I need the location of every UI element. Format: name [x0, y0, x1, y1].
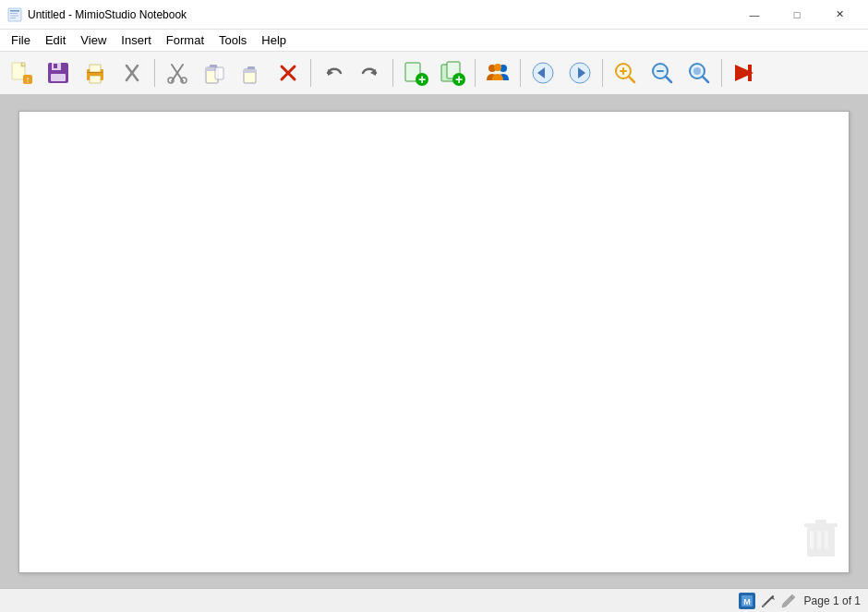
svg-rect-66	[815, 520, 826, 523]
svg-point-57	[693, 67, 701, 75]
svg-rect-30	[244, 69, 256, 73]
title-bar-left: Untitled - MimioStudio Notebook	[7, 7, 187, 22]
menu-tools[interactable]: Tools	[211, 31, 254, 49]
paste-icon	[238, 60, 264, 86]
svg-point-44	[494, 64, 501, 71]
undo-button[interactable]	[316, 55, 351, 90]
status-bar: M Page 1 of 1	[0, 588, 868, 612]
svg-rect-27	[215, 67, 223, 79]
app-icon	[7, 7, 22, 22]
paste-formatted-icon	[201, 60, 227, 86]
undo-icon	[320, 60, 346, 86]
zoom-in-icon	[612, 60, 638, 86]
svg-rect-12	[54, 64, 57, 68]
status-icons: M	[738, 592, 797, 610]
svg-marker-73	[782, 594, 795, 607]
separator-6	[602, 59, 603, 87]
present-icon	[731, 60, 757, 86]
window-controls[interactable]: — □ ✕	[733, 0, 861, 30]
svg-line-52	[629, 77, 634, 82]
new-file-button[interactable]: ↑	[4, 55, 39, 90]
close-button[interactable]: ✕	[818, 0, 861, 30]
print-button[interactable]	[78, 55, 113, 90]
menu-insert[interactable]: Insert	[114, 31, 159, 49]
svg-rect-13	[51, 74, 66, 81]
cut-icon	[164, 60, 190, 86]
separator-4	[475, 59, 476, 87]
properties-icon	[119, 60, 145, 86]
title-bar: Untitled - MimioStudio Notebook — □ ✕	[0, 0, 868, 30]
menu-file[interactable]: File	[4, 31, 38, 49]
forward-button[interactable]	[562, 55, 597, 90]
minimize-button[interactable]: —	[733, 0, 776, 30]
zoom-out-icon	[649, 60, 675, 86]
menu-format[interactable]: Format	[159, 31, 211, 49]
manage-users-icon	[485, 60, 511, 86]
window-title: Untitled - MimioStudio Notebook	[28, 8, 187, 21]
separator-5	[520, 59, 521, 87]
duplicate-page-icon: +	[440, 60, 465, 86]
menu-edit[interactable]: Edit	[38, 31, 73, 49]
add-page-icon: +	[403, 60, 428, 86]
redo-button[interactable]	[353, 55, 388, 90]
canvas-area	[0, 96, 868, 588]
svg-rect-62	[810, 531, 814, 549]
svg-text:M: M	[743, 597, 751, 606]
svg-rect-17	[88, 72, 102, 73]
svg-rect-63	[817, 531, 821, 549]
pencil-icon	[780, 593, 797, 609]
menu-view[interactable]: View	[73, 31, 114, 49]
separator-2	[310, 59, 311, 87]
svg-rect-3	[10, 15, 18, 16]
forward-icon	[567, 60, 593, 86]
svg-line-58	[703, 77, 708, 82]
toolbar: ↑	[0, 52, 868, 96]
canvas-page[interactable]	[18, 111, 850, 573]
back-button[interactable]	[525, 55, 561, 90]
save-icon	[45, 60, 71, 86]
delete-button[interactable]	[271, 55, 306, 90]
svg-rect-4	[10, 18, 16, 18]
print-icon	[82, 60, 108, 86]
zoom-fit-icon	[686, 60, 712, 86]
paste-button[interactable]	[234, 55, 269, 90]
zoom-fit-button[interactable]	[681, 55, 717, 90]
zoom-in-button[interactable]	[608, 55, 643, 90]
add-page-button[interactable]: +	[398, 55, 433, 90]
separator-3	[392, 59, 393, 87]
manage-users-button[interactable]	[480, 55, 515, 90]
separator-7	[721, 59, 722, 87]
new-file-icon: ↑	[8, 60, 34, 86]
properties-button[interactable]	[115, 55, 150, 90]
cut-button[interactable]	[160, 55, 195, 90]
pen-icon	[760, 593, 777, 609]
svg-rect-60	[748, 65, 752, 81]
back-icon	[530, 60, 556, 86]
save-button[interactable]	[41, 55, 76, 90]
svg-rect-2	[10, 13, 18, 14]
page-watermark	[802, 516, 839, 563]
mimio-icon: M	[738, 592, 756, 610]
duplicate-page-button[interactable]: +	[435, 55, 470, 90]
svg-text:+: +	[418, 72, 426, 87]
svg-rect-1	[10, 10, 19, 12]
page-info: Page 1 of 1	[804, 594, 861, 607]
svg-rect-16	[90, 76, 101, 83]
maximize-button[interactable]: □	[776, 0, 818, 30]
present-button[interactable]	[727, 55, 762, 90]
svg-line-55	[666, 77, 671, 82]
menu-bar: File Edit View Insert Format Tools Help	[0, 30, 868, 52]
svg-rect-64	[825, 531, 828, 549]
svg-text:+: +	[455, 72, 463, 87]
svg-text:↑: ↑	[25, 74, 30, 85]
svg-rect-15	[90, 65, 101, 72]
svg-rect-65	[804, 523, 838, 527]
delete-icon	[275, 60, 301, 86]
zoom-out-button[interactable]	[645, 55, 680, 90]
paste-formatted-button[interactable]	[197, 55, 232, 90]
redo-icon	[357, 60, 383, 86]
separator-1	[154, 59, 155, 87]
menu-help[interactable]: Help	[254, 31, 294, 49]
